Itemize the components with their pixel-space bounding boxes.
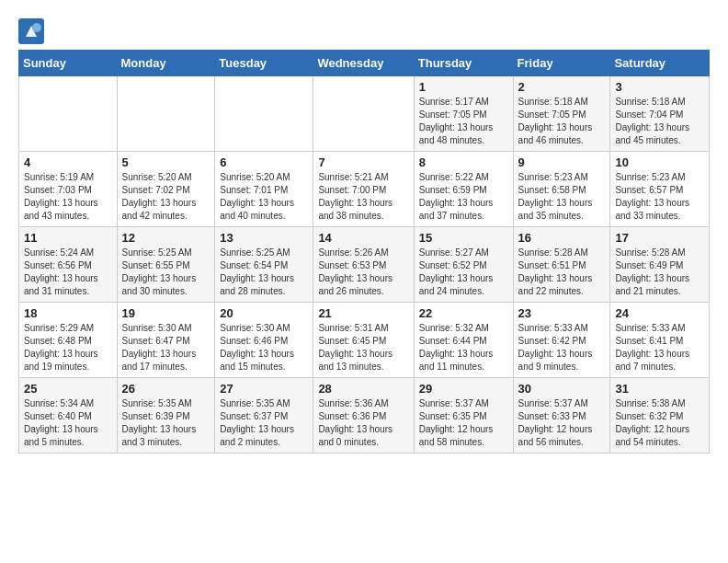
day-number: 16 bbox=[518, 231, 606, 245]
calendar-cell-w1d2: 6Sunrise: 5:20 AM Sunset: 7:01 PM Daylig… bbox=[215, 152, 313, 227]
calendar-cell-w4d5: 30Sunrise: 5:37 AM Sunset: 6:33 PM Dayli… bbox=[513, 378, 610, 454]
weekday-header-saturday: Saturday bbox=[610, 51, 710, 76]
day-number: 26 bbox=[122, 382, 210, 396]
calendar-cell-w3d2: 20Sunrise: 5:30 AM Sunset: 6:46 PM Dayli… bbox=[215, 303, 313, 378]
day-number: 15 bbox=[419, 231, 508, 245]
weekday-header-sunday: Sunday bbox=[19, 51, 118, 76]
day-info: Sunrise: 5:25 AM Sunset: 6:54 PM Dayligh… bbox=[220, 247, 308, 298]
day-info: Sunrise: 5:28 AM Sunset: 6:49 PM Dayligh… bbox=[615, 247, 704, 298]
weekday-header-thursday: Thursday bbox=[414, 51, 513, 76]
calendar-cell-w0d6: 3Sunrise: 5:18 AM Sunset: 7:04 PM Daylig… bbox=[610, 76, 710, 152]
logo bbox=[18, 18, 48, 44]
weekday-header-monday: Monday bbox=[117, 51, 215, 76]
calendar-cell-w0d3 bbox=[313, 76, 414, 152]
day-number: 20 bbox=[220, 306, 308, 320]
day-info: Sunrise: 5:31 AM Sunset: 6:45 PM Dayligh… bbox=[318, 322, 408, 373]
day-number: 22 bbox=[419, 306, 508, 320]
calendar-cell-w3d1: 19Sunrise: 5:30 AM Sunset: 6:47 PM Dayli… bbox=[117, 303, 215, 378]
day-info: Sunrise: 5:27 AM Sunset: 6:52 PM Dayligh… bbox=[419, 247, 508, 298]
calendar-cell-w2d2: 13Sunrise: 5:25 AM Sunset: 6:54 PM Dayli… bbox=[215, 227, 313, 303]
day-info: Sunrise: 5:37 AM Sunset: 6:35 PM Dayligh… bbox=[419, 397, 508, 449]
day-number: 19 bbox=[122, 306, 210, 320]
calendar-cell-w4d1: 26Sunrise: 5:35 AM Sunset: 6:39 PM Dayli… bbox=[117, 378, 215, 454]
day-info: Sunrise: 5:25 AM Sunset: 6:55 PM Dayligh… bbox=[122, 247, 210, 298]
day-info: Sunrise: 5:35 AM Sunset: 6:39 PM Dayligh… bbox=[122, 397, 210, 449]
calendar-cell-w0d4: 1Sunrise: 5:17 AM Sunset: 7:05 PM Daylig… bbox=[414, 76, 513, 152]
calendar-cell-w3d0: 18Sunrise: 5:29 AM Sunset: 6:48 PM Dayli… bbox=[19, 303, 118, 378]
calendar-cell-w1d1: 5Sunrise: 5:20 AM Sunset: 7:02 PM Daylig… bbox=[117, 152, 215, 227]
calendar-cell-w2d6: 17Sunrise: 5:28 AM Sunset: 6:49 PM Dayli… bbox=[610, 227, 710, 303]
day-number: 11 bbox=[24, 231, 112, 245]
day-number: 23 bbox=[518, 306, 606, 320]
day-info: Sunrise: 5:29 AM Sunset: 6:48 PM Dayligh… bbox=[24, 322, 112, 373]
calendar-cell-w2d0: 11Sunrise: 5:24 AM Sunset: 6:56 PM Dayli… bbox=[19, 227, 118, 303]
day-info: Sunrise: 5:23 AM Sunset: 6:57 PM Dayligh… bbox=[615, 171, 704, 223]
day-number: 13 bbox=[220, 231, 308, 245]
calendar-table: SundayMondayTuesdayWednesdayThursdayFrid… bbox=[18, 50, 710, 454]
day-number: 6 bbox=[220, 155, 308, 169]
day-info: Sunrise: 5:21 AM Sunset: 7:00 PM Dayligh… bbox=[318, 171, 408, 223]
day-info: Sunrise: 5:38 AM Sunset: 6:32 PM Dayligh… bbox=[615, 397, 704, 449]
calendar-cell-w4d6: 31Sunrise: 5:38 AM Sunset: 6:32 PM Dayli… bbox=[610, 378, 710, 454]
day-info: Sunrise: 5:33 AM Sunset: 6:41 PM Dayligh… bbox=[615, 322, 704, 373]
calendar-cell-w3d5: 23Sunrise: 5:33 AM Sunset: 6:42 PM Dayli… bbox=[513, 303, 610, 378]
svg-point-2 bbox=[32, 23, 41, 32]
calendar-cell-w1d3: 7Sunrise: 5:21 AM Sunset: 7:00 PM Daylig… bbox=[313, 152, 414, 227]
day-number: 28 bbox=[318, 382, 408, 396]
day-info: Sunrise: 5:18 AM Sunset: 7:04 PM Dayligh… bbox=[615, 96, 704, 147]
logo-icon bbox=[18, 18, 44, 44]
calendar-cell-w3d4: 22Sunrise: 5:32 AM Sunset: 6:44 PM Dayli… bbox=[414, 303, 513, 378]
day-info: Sunrise: 5:30 AM Sunset: 6:47 PM Dayligh… bbox=[122, 322, 210, 373]
calendar-cell-w3d3: 21Sunrise: 5:31 AM Sunset: 6:45 PM Dayli… bbox=[313, 303, 414, 378]
calendar-cell-w1d0: 4Sunrise: 5:19 AM Sunset: 7:03 PM Daylig… bbox=[19, 152, 118, 227]
calendar-cell-w0d0 bbox=[19, 76, 118, 152]
day-info: Sunrise: 5:24 AM Sunset: 6:56 PM Dayligh… bbox=[24, 247, 112, 298]
calendar-cell-w0d2 bbox=[215, 76, 313, 152]
day-number: 18 bbox=[24, 306, 112, 320]
calendar-cell-w1d6: 10Sunrise: 5:23 AM Sunset: 6:57 PM Dayli… bbox=[610, 152, 710, 227]
day-info: Sunrise: 5:23 AM Sunset: 6:58 PM Dayligh… bbox=[518, 171, 606, 223]
weekday-header-tuesday: Tuesday bbox=[215, 51, 313, 76]
day-number: 21 bbox=[318, 306, 408, 320]
calendar-cell-w4d4: 29Sunrise: 5:37 AM Sunset: 6:35 PM Dayli… bbox=[414, 378, 513, 454]
calendar-cell-w0d1 bbox=[117, 76, 215, 152]
day-number: 29 bbox=[419, 382, 508, 396]
weekday-header-friday: Friday bbox=[513, 51, 610, 76]
day-number: 8 bbox=[419, 155, 508, 169]
day-number: 27 bbox=[220, 382, 308, 396]
calendar-cell-w4d0: 25Sunrise: 5:34 AM Sunset: 6:40 PM Dayli… bbox=[19, 378, 118, 454]
day-info: Sunrise: 5:36 AM Sunset: 6:36 PM Dayligh… bbox=[318, 397, 408, 449]
calendar-cell-w4d3: 28Sunrise: 5:36 AM Sunset: 6:36 PM Dayli… bbox=[313, 378, 414, 454]
day-info: Sunrise: 5:18 AM Sunset: 7:05 PM Dayligh… bbox=[518, 96, 606, 147]
day-info: Sunrise: 5:37 AM Sunset: 6:33 PM Dayligh… bbox=[518, 397, 606, 449]
day-info: Sunrise: 5:20 AM Sunset: 7:01 PM Dayligh… bbox=[220, 171, 308, 223]
day-number: 31 bbox=[615, 382, 704, 396]
calendar-cell-w2d4: 15Sunrise: 5:27 AM Sunset: 6:52 PM Dayli… bbox=[414, 227, 513, 303]
day-number: 2 bbox=[518, 80, 606, 94]
day-info: Sunrise: 5:32 AM Sunset: 6:44 PM Dayligh… bbox=[419, 322, 508, 373]
calendar-cell-w2d3: 14Sunrise: 5:26 AM Sunset: 6:53 PM Dayli… bbox=[313, 227, 414, 303]
calendar-cell-w2d5: 16Sunrise: 5:28 AM Sunset: 6:51 PM Dayli… bbox=[513, 227, 610, 303]
day-number: 14 bbox=[318, 231, 408, 245]
day-number: 1 bbox=[419, 80, 508, 94]
calendar-cell-w1d5: 9Sunrise: 5:23 AM Sunset: 6:58 PM Daylig… bbox=[513, 152, 610, 227]
calendar-cell-w4d2: 27Sunrise: 5:35 AM Sunset: 6:37 PM Dayli… bbox=[215, 378, 313, 454]
day-info: Sunrise: 5:34 AM Sunset: 6:40 PM Dayligh… bbox=[24, 397, 112, 449]
calendar-cell-w1d4: 8Sunrise: 5:22 AM Sunset: 6:59 PM Daylig… bbox=[414, 152, 513, 227]
day-number: 3 bbox=[615, 80, 704, 94]
day-number: 30 bbox=[518, 382, 606, 396]
day-number: 4 bbox=[24, 155, 112, 169]
calendar-cell-w2d1: 12Sunrise: 5:25 AM Sunset: 6:55 PM Dayli… bbox=[117, 227, 215, 303]
day-info: Sunrise: 5:19 AM Sunset: 7:03 PM Dayligh… bbox=[24, 171, 112, 223]
day-number: 25 bbox=[24, 382, 112, 396]
day-number: 17 bbox=[615, 231, 704, 245]
day-info: Sunrise: 5:35 AM Sunset: 6:37 PM Dayligh… bbox=[220, 397, 308, 449]
day-info: Sunrise: 5:22 AM Sunset: 6:59 PM Dayligh… bbox=[419, 171, 508, 223]
day-info: Sunrise: 5:33 AM Sunset: 6:42 PM Dayligh… bbox=[518, 322, 606, 373]
day-number: 5 bbox=[122, 155, 210, 169]
day-info: Sunrise: 5:30 AM Sunset: 6:46 PM Dayligh… bbox=[220, 322, 308, 373]
day-info: Sunrise: 5:28 AM Sunset: 6:51 PM Dayligh… bbox=[518, 247, 606, 298]
day-info: Sunrise: 5:17 AM Sunset: 7:05 PM Dayligh… bbox=[419, 96, 508, 147]
calendar-cell-w0d5: 2Sunrise: 5:18 AM Sunset: 7:05 PM Daylig… bbox=[513, 76, 610, 152]
day-info: Sunrise: 5:20 AM Sunset: 7:02 PM Dayligh… bbox=[122, 171, 210, 223]
